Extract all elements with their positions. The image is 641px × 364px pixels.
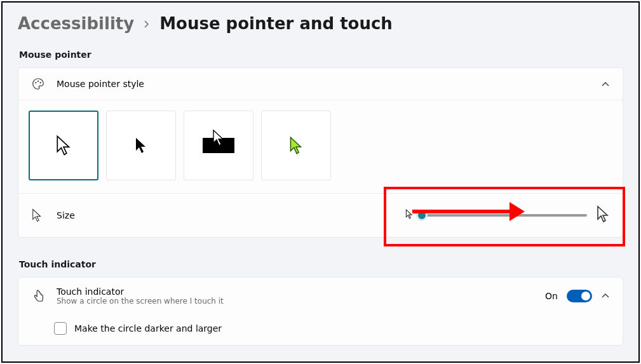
breadcrumb: Accessibility Mouse pointer and touch [18, 3, 623, 46]
chevron-up-icon[interactable] [601, 292, 610, 300]
pointer-size-control [405, 205, 610, 226]
chevron-up-icon[interactable] [601, 79, 610, 88]
pointer-size-slider[interactable] [422, 214, 587, 217]
pointer-size-thumb[interactable] [416, 210, 428, 221]
pointer-large-icon [596, 205, 610, 226]
settings-window: Accessibility Mouse pointer and touch Mo… [1, 1, 640, 363]
touch-darker-label: Make the circle darker and larger [74, 323, 222, 334]
pointer-outline-icon [31, 208, 45, 222]
touch-icon [31, 289, 45, 303]
pointer-small-icon [405, 209, 413, 222]
pointer-style-inverted[interactable] [184, 111, 253, 180]
pointer-style-black[interactable] [106, 111, 176, 180]
touch-darker-row: Make the circle darker and larger [18, 314, 623, 345]
svg-point-0 [35, 82, 36, 83]
pointer-style-custom[interactable] [261, 111, 331, 180]
palette-icon [31, 77, 45, 91]
touch-indicator-subtitle: Show a circle on the screen where I touc… [57, 297, 224, 306]
pointer-style-header[interactable]: Mouse pointer style [18, 68, 623, 100]
touch-indicator-toggle[interactable] [567, 290, 592, 302]
pointer-style-options [18, 100, 623, 193]
section-mouse-pointer-label: Mouse pointer [19, 50, 623, 60]
svg-point-2 [40, 82, 41, 83]
pointer-size-row: Size [18, 193, 623, 237]
touch-darker-checkbox[interactable] [54, 322, 67, 335]
pointer-size-label: Size [57, 210, 75, 220]
mouse-pointer-card: Mouse pointer style [18, 67, 623, 238]
breadcrumb-parent[interactable]: Accessibility [18, 14, 134, 33]
svg-point-1 [37, 81, 39, 82]
touch-indicator-header[interactable]: Touch indicator Show a circle on the scr… [18, 278, 623, 314]
touch-indicator-card: Touch indicator Show a circle on the scr… [18, 277, 623, 346]
touch-indicator-title: Touch indicator [57, 286, 224, 297]
section-touch-indicator-label: Touch indicator [19, 259, 623, 269]
pointer-style-title: Mouse pointer style [57, 79, 590, 89]
chevron-right-icon [143, 17, 151, 30]
pointer-style-white[interactable] [29, 111, 98, 180]
page-title: Mouse pointer and touch [159, 14, 393, 33]
touch-indicator-state: On [545, 291, 558, 301]
